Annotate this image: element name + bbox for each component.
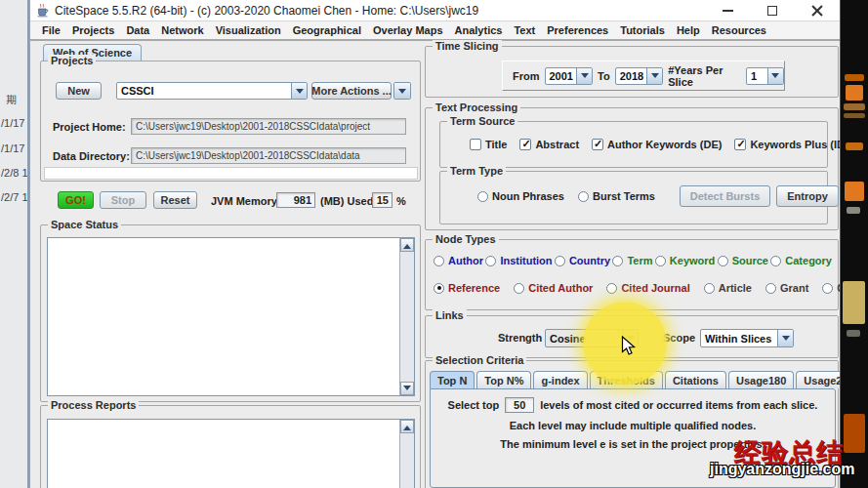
- menu-file[interactable]: File: [36, 24, 66, 36]
- checkbox-author-keywords[interactable]: Author Keywords (DE): [592, 139, 722, 150]
- node-types-row1: Author Institution Country Term Keyword …: [434, 255, 832, 266]
- radio-cited-author[interactable]: Cited Author: [514, 282, 593, 294]
- menu-projects[interactable]: Projects: [66, 24, 120, 36]
- radio-icon[interactable]: [612, 256, 623, 266]
- entropy-button[interactable]: Entropy: [776, 185, 839, 207]
- radio-grant[interactable]: Grant: [765, 282, 808, 294]
- radio-burst-terms[interactable]: Burst Terms: [578, 190, 655, 202]
- radio-icon[interactable]: [718, 256, 728, 266]
- menu-preferences[interactable]: Preferences: [541, 24, 614, 36]
- radio-icon[interactable]: [514, 283, 524, 294]
- process-reports-group: Process Reports: [40, 405, 421, 488]
- to-year-select[interactable]: 2018: [615, 67, 664, 85]
- checkbox-abstract[interactable]: Abstract: [519, 139, 579, 150]
- node-types-group: Node Types Author Institution Country Te…: [425, 239, 839, 310]
- chevron-down-icon[interactable]: [576, 68, 592, 84]
- reset-button[interactable]: Reset: [153, 191, 197, 209]
- radio-reference[interactable]: Reference: [434, 282, 500, 294]
- radio-icon[interactable]: [822, 283, 833, 294]
- chevron-down-icon[interactable]: [394, 83, 410, 99]
- detect-bursts-button[interactable]: Detect Bursts: [680, 185, 770, 207]
- menu-geographical[interactable]: Geographical: [287, 24, 367, 36]
- menu-visualization[interactable]: Visualization: [210, 24, 287, 36]
- radio-icon[interactable]: [434, 283, 444, 294]
- chevron-down-icon[interactable]: [291, 83, 307, 99]
- radio-article[interactable]: Article: [704, 282, 752, 294]
- menu-analytics[interactable]: Analytics: [449, 24, 509, 36]
- checkbox-icon[interactable]: [734, 139, 746, 150]
- select-top-suffix: levels of most cited or occurred items f…: [540, 399, 817, 411]
- space-status-textarea[interactable]: [47, 237, 415, 396]
- scroll-up-button[interactable]: [400, 420, 414, 433]
- radio-icon[interactable]: [578, 191, 589, 202]
- radio-icon[interactable]: [655, 256, 666, 266]
- background-decoration: [847, 330, 860, 337]
- menu-text[interactable]: Text: [508, 24, 541, 36]
- go-button[interactable]: GO!: [58, 191, 94, 209]
- radio-icon[interactable]: [765, 283, 776, 294]
- process-reports-scrollbar[interactable]: [399, 420, 414, 488]
- radio-claim[interactable]: Claim: [822, 282, 841, 294]
- menu-resources[interactable]: Resources: [706, 24, 772, 36]
- space-status-scrollbar[interactable]: [399, 238, 414, 395]
- chevron-down-icon[interactable]: [646, 68, 662, 84]
- radio-icon[interactable]: [485, 256, 496, 266]
- radio-icon[interactable]: [477, 191, 488, 202]
- radio-source[interactable]: Source: [718, 255, 768, 266]
- checkbox-icon[interactable]: [592, 139, 603, 150]
- scrollbar-track[interactable]: [400, 433, 414, 488]
- tab-top-n[interactable]: Top N: [430, 371, 475, 388]
- radio-category[interactable]: Category: [770, 255, 832, 266]
- more-actions-button[interactable]: More Actions ...: [311, 82, 392, 100]
- years-per-slice-select[interactable]: 1: [746, 67, 784, 85]
- from-year-select[interactable]: 2001: [545, 67, 594, 85]
- scroll-down-button[interactable]: [400, 382, 414, 395]
- radio-term[interactable]: Term: [612, 255, 652, 266]
- chevron-down-icon[interactable]: [777, 330, 793, 346]
- maximize-button[interactable]: [750, 0, 795, 21]
- scrollbar-track[interactable]: [400, 252, 414, 382]
- triangle-down-icon: [403, 386, 411, 394]
- checkbox-icon[interactable]: [519, 139, 531, 150]
- checkbox-icon[interactable]: [470, 139, 481, 150]
- chevron-down-icon[interactable]: [767, 68, 783, 84]
- menu-help[interactable]: Help: [671, 24, 706, 36]
- used-percent-field: 15: [372, 192, 393, 208]
- background-text: /1/17 2: [1, 142, 29, 154]
- new-project-button[interactable]: New: [56, 82, 102, 100]
- tab-citations[interactable]: Citations: [665, 371, 726, 388]
- more-actions-dropdown[interactable]: [393, 82, 411, 100]
- scroll-up-button[interactable]: [400, 238, 414, 252]
- close-button[interactable]: [795, 0, 840, 21]
- menu-network[interactable]: Network: [155, 24, 209, 36]
- process-reports-textarea[interactable]: [47, 419, 415, 488]
- radio-icon[interactable]: [434, 256, 444, 266]
- checkbox-title[interactable]: Title: [470, 139, 507, 150]
- tab-usage180[interactable]: Usage180: [728, 371, 794, 388]
- projects-group-title: Projects: [48, 55, 96, 67]
- menu-data[interactable]: Data: [120, 24, 155, 36]
- radio-country[interactable]: Country: [555, 255, 610, 266]
- project-select[interactable]: CSSCI: [116, 82, 308, 100]
- radio-institution[interactable]: Institution: [485, 255, 552, 266]
- top-n-input[interactable]: 50: [505, 397, 534, 413]
- radio-icon[interactable]: [770, 256, 781, 266]
- tab-g-index[interactable]: g-index: [533, 371, 587, 388]
- radio-author[interactable]: Author: [434, 255, 483, 266]
- minimize-button[interactable]: [705, 0, 750, 21]
- project-home-field[interactable]: C:\Users\jwc19\Desktop\2001-2018CSSCIdat…: [131, 118, 406, 135]
- tab-usage2013[interactable]: Usage2013: [796, 371, 841, 388]
- menu-overlay-maps[interactable]: Overlay Maps: [367, 24, 449, 36]
- radio-icon[interactable]: [606, 283, 617, 294]
- scope-select[interactable]: Within Slices: [700, 329, 794, 347]
- menu-tutorials[interactable]: Tutorials: [614, 24, 671, 36]
- radio-icon[interactable]: [704, 283, 715, 294]
- radio-keyword[interactable]: Keyword: [655, 255, 715, 266]
- radio-icon[interactable]: [555, 256, 565, 266]
- tab-top-n-percent[interactable]: Top N%: [476, 371, 531, 388]
- data-directory-field[interactable]: C:\Users\jwc19\Desktop\2001-2018CSSCIdat…: [131, 147, 406, 164]
- stop-button[interactable]: Stop: [100, 191, 146, 209]
- radio-cited-journal[interactable]: Cited Journal: [606, 282, 689, 294]
- radio-noun-phrases[interactable]: Noun Phrases: [477, 190, 564, 202]
- checkbox-keywords-plus[interactable]: Keywords Plus (ID): [734, 139, 841, 150]
